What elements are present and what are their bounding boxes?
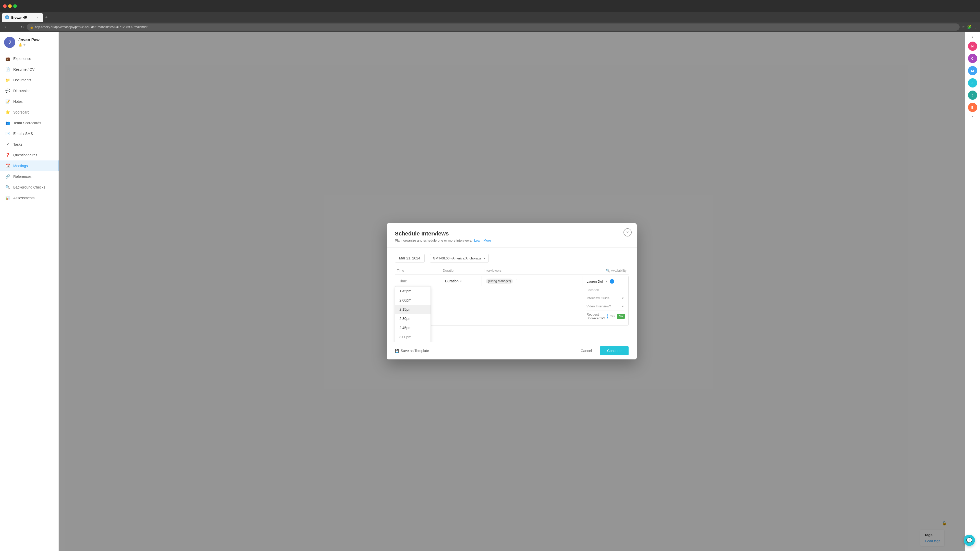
- refresh-btn[interactable]: ↻: [19, 24, 25, 30]
- time-option-7[interactable]: 3:15pm: [395, 341, 431, 342]
- time-option-5[interactable]: 2:45pm: [395, 323, 431, 332]
- interviewers-cell: (Hiring Manager): [482, 276, 582, 286]
- time-option-6[interactable]: 3:00pm: [395, 332, 431, 341]
- bookmark-icon[interactable]: ☆: [962, 25, 965, 29]
- minimize-window-btn[interactable]: [8, 4, 12, 8]
- time-option-1[interactable]: 1:45pm: [395, 286, 431, 295]
- time-cell: 1:45pm 2:00pm 2:15pm 2:30pm 2:45pm 3:00p…: [395, 276, 441, 286]
- time-option-4[interactable]: 2:30pm: [395, 314, 431, 323]
- timezone-dropdown-icon: ▼: [483, 257, 486, 260]
- back-btn[interactable]: ←: [3, 24, 9, 30]
- duration-label: Duration: [445, 279, 458, 283]
- forward-btn[interactable]: →: [11, 24, 18, 30]
- sidebar-label-assessments: Assessments: [13, 196, 35, 200]
- time-option-3[interactable]: 2:15pm: [395, 305, 431, 314]
- save-icon: 💾: [395, 349, 399, 353]
- sidebar-label-questionnaires: Questionnaires: [13, 153, 37, 157]
- resume-icon: 📄: [5, 67, 10, 72]
- tab-title: Breezy HR: [11, 16, 27, 19]
- checkbox-icon[interactable]: [516, 279, 520, 283]
- main-content: Schedule Interviews Plan, organize and s…: [59, 32, 965, 551]
- sidebar-item-tasks[interactable]: ✓ Tasks: [0, 139, 59, 150]
- time-option-2[interactable]: 2:00pm: [395, 295, 431, 305]
- sidebar-label-meetings: Meetings: [13, 164, 28, 168]
- chat-bubble-btn[interactable]: 💬: [964, 535, 975, 546]
- menu-icon[interactable]: ⋮: [974, 25, 977, 29]
- extensions-icon[interactable]: 🧩: [967, 25, 971, 29]
- sidebar-label-references: References: [13, 175, 32, 179]
- timezone-select[interactable]: GMT-08:00 - America/Anchorage ▼: [430, 254, 489, 262]
- time-input[interactable]: [395, 276, 441, 286]
- toggle-yes-label[interactable]: Yes: [610, 314, 615, 318]
- modal-body: Mar 21, 2024 GMT-08:00 - America/Anchora…: [387, 248, 637, 342]
- sidebar-item-discussion[interactable]: 💬 Discussion: [0, 86, 59, 96]
- footer-actions: Cancel Continue: [576, 346, 628, 355]
- location-placeholder[interactable]: Location: [587, 288, 599, 292]
- sidebar-item-background-checks[interactable]: 🔍 Background Checks: [0, 182, 59, 192]
- active-tab[interactable]: B Breezy HR ×: [2, 13, 43, 22]
- request-scorecards-label: Request Scorecards?: [587, 313, 605, 320]
- continue-btn[interactable]: Continue: [600, 346, 628, 355]
- sidebar-label-resume: Resume / CV: [13, 67, 35, 71]
- modal-overlay: Schedule Interviews Plan, organize and s…: [59, 32, 965, 551]
- video-interview-label: Video Interview?: [587, 304, 619, 308]
- col-header-duration: Duration: [441, 268, 482, 272]
- sidebar-item-questionnaires[interactable]: ❓ Questionnaires: [0, 150, 59, 160]
- right-avatar-j1[interactable]: J: [968, 78, 977, 87]
- sidebar-item-experience[interactable]: 💼 Experience: [0, 53, 59, 64]
- sidebar-item-documents[interactable]: 📁 Documents: [0, 75, 59, 86]
- toggle-no-btn[interactable]: No: [617, 314, 625, 319]
- date-picker-btn[interactable]: Mar 21, 2024: [395, 254, 425, 262]
- maximize-window-btn[interactable]: [13, 4, 17, 8]
- interviewer-select-row: Lauren Deli ▼ i: [587, 279, 624, 286]
- tab-favicon: B: [5, 15, 9, 19]
- sidebar-header: J Joven Paw 🔔 ★: [0, 32, 59, 53]
- sidebar-label-scorecard: Scorecard: [13, 110, 30, 114]
- sidebar-item-notes[interactable]: 📝 Notes: [0, 96, 59, 107]
- video-interview-row: Video Interview? ▼: [587, 304, 624, 310]
- email-icon: ✉️: [5, 131, 10, 136]
- close-window-btn[interactable]: [3, 4, 6, 8]
- notification-icon: 🔔 ★: [18, 43, 26, 47]
- sidebar-item-assessments[interactable]: 📊 Assessments: [0, 192, 59, 203]
- sidebar-item-meetings[interactable]: 📅 Meetings: [0, 160, 59, 171]
- right-panel: ▲ N C M J J B ▼: [965, 32, 980, 551]
- cancel-btn[interactable]: Cancel: [576, 346, 597, 355]
- background-checks-icon: 🔍: [5, 185, 10, 189]
- sidebar-item-references[interactable]: 🔗 References: [0, 171, 59, 182]
- sidebar-item-email-sms[interactable]: ✉️ Email / SMS: [0, 128, 59, 139]
- sidebar-item-team-scorecards[interactable]: 👥 Team Scorecards: [0, 118, 59, 128]
- modal-close-btn[interactable]: ×: [624, 228, 632, 237]
- right-avatar-c[interactable]: C: [968, 54, 977, 63]
- modal-title: Schedule Interviews: [395, 230, 628, 237]
- right-avatar-j2[interactable]: J: [968, 91, 977, 100]
- discussion-icon: 💬: [5, 89, 10, 93]
- sidebar-item-scorecard[interactable]: ⭐ Scorecard: [0, 107, 59, 118]
- user-avatar: J: [4, 37, 15, 48]
- url-text: app.breezy.hr/app/c/moodjoy/p/59357218dc…: [35, 25, 148, 29]
- col-header-time: Time: [395, 268, 441, 272]
- new-tab-btn[interactable]: +: [43, 15, 50, 20]
- scorecards-info-icon[interactable]: i: [607, 314, 608, 319]
- sidebar-item-resume[interactable]: 📄 Resume / CV: [0, 64, 59, 75]
- tasks-icon: ✓: [5, 142, 10, 147]
- assessments-icon: 📊: [5, 196, 10, 200]
- scorecards-toggle: Yes No: [610, 314, 625, 319]
- duration-caret-icon: ▼: [460, 280, 462, 283]
- references-icon: 🔗: [5, 174, 10, 179]
- right-avatar-m[interactable]: M: [968, 66, 977, 75]
- interviewer-dropdown-icon: ▼: [605, 280, 608, 283]
- interviewer-select[interactable]: Lauren Deli ▼: [587, 279, 608, 283]
- save-template-btn[interactable]: 💾 Save as Template: [395, 349, 429, 353]
- documents-icon: 📁: [5, 78, 10, 83]
- col-header-availability: 🔍 Availability: [583, 268, 628, 272]
- team-scorecards-icon: 👥: [5, 121, 10, 125]
- url-bar[interactable]: 🔒 app.breezy.hr/app/c/moodjoy/p/59357218…: [27, 24, 959, 30]
- learn-more-link[interactable]: Learn More: [474, 238, 491, 242]
- right-avatar-n[interactable]: N: [968, 41, 977, 51]
- duration-cell[interactable]: Duration ▼: [441, 276, 482, 286]
- right-avatar-b[interactable]: B: [968, 103, 977, 112]
- tab-close-btn[interactable]: ×: [36, 15, 40, 19]
- info-icon[interactable]: i: [610, 279, 614, 284]
- sidebar-label-tasks: Tasks: [13, 142, 22, 146]
